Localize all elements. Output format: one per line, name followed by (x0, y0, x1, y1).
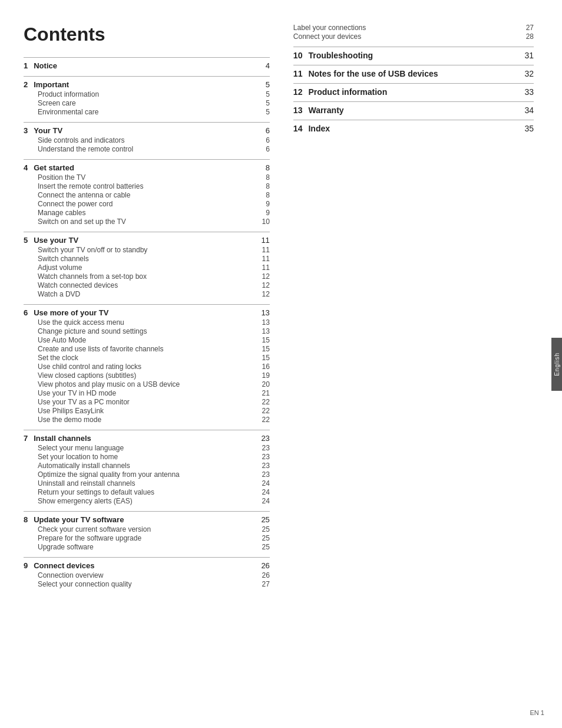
toc-section-title: Warranty (308, 106, 343, 115)
toc-main-row: 6 Use more of your TV (24, 308, 108, 317)
toc-section-num: 14 (293, 124, 303, 133)
toc-sub-title: Use Philips EasyLink (38, 407, 104, 415)
toc-sub-entry: Return your settings to default values 2… (24, 488, 270, 496)
toc-main-entry-right: 14 Index 35 (293, 124, 534, 133)
toc-main-entry: 7 Install channels 23 (24, 434, 270, 443)
toc-sub-entry: Create and use lists of favorite channel… (24, 345, 270, 353)
toc-sub-page: 10 (258, 218, 270, 226)
toc-section-num: 8 (24, 515, 28, 524)
toc-section-page: 35 (522, 124, 534, 133)
toc-section-num: 1 (24, 61, 28, 70)
toc-main-entry: 2 Important 5 (24, 80, 270, 89)
toc-main-entry: 1 Notice 4 (24, 61, 270, 70)
toc-main-row: 1 Notice (24, 61, 57, 70)
toc-sub-page: 6 (258, 136, 270, 144)
toc-sub-title: Connect the power cord (38, 200, 113, 208)
toc-main-row: 13 Warranty (293, 106, 344, 115)
toc-sub-entry: View closed captions (subtitles) 19 (24, 371, 270, 380)
toc-sub-page: 24 (258, 497, 270, 505)
toc-sub-entry: Show emergency alerts (EAS) 24 (24, 497, 270, 505)
toc-sub-page: 19 (258, 371, 270, 380)
toc-sub-title: Upgrade software (38, 543, 94, 551)
toc-sub-title: Use your TV in HD mode (38, 389, 116, 397)
toc-main-row: 12 Product information (293, 87, 387, 97)
toc-sub-title: View photos and play music on a USB devi… (38, 380, 180, 388)
toc-sub-title: Automatically install channels (38, 462, 130, 470)
toc-section-title: Notes for the use of USB devices (308, 69, 438, 78)
toc-section-num: 13 (293, 106, 303, 115)
toc-sub-title: Connection overview (38, 571, 103, 579)
toc-section-title: Product information (308, 87, 387, 97)
toc-sub-page: 15 (258, 354, 270, 362)
toc-sub-title: Change picture and sound settings (38, 327, 147, 335)
toc-sub-entry: Use your TV as a PC monitor 22 (24, 398, 270, 406)
toc-section-page: 32 (522, 69, 534, 78)
toc-sub-title: Watch connected devices (38, 281, 118, 289)
toc-divider (293, 101, 534, 102)
toc-sub-entry: Use Auto Mode 15 (24, 336, 270, 344)
toc-section-num: 5 (24, 236, 28, 245)
toc-sub-title: Insert the remote control batteries (38, 182, 143, 190)
toc-section-right: 10 Troubleshooting 31 (293, 47, 534, 60)
toc-sub-page: 26 (258, 571, 270, 579)
toc-divider (24, 511, 270, 512)
toc-sub-title: Set your location to home (38, 453, 118, 461)
toc-sub-entry: Use the demo mode 22 (24, 416, 270, 424)
toc-sub-page: 5 (258, 99, 270, 107)
toc-main-row: 2 Important (24, 80, 69, 89)
toc-main-row: 11 Notes for the use of USB devices (293, 69, 438, 78)
toc-sub-title: Switch on and set up the TV (38, 218, 126, 226)
toc-main-row: 7 Install channels (24, 434, 91, 443)
toc-section: 5 Use your TV 11 Switch your TV on/off o… (24, 232, 270, 298)
toc-section: 6 Use more of your TV 13 Use the quick a… (24, 304, 270, 424)
toc-sub-entry: Watch a DVD 12 (24, 290, 270, 298)
toc-sub-entry: Optimize the signal quality from your an… (24, 470, 270, 479)
toc-sub-page: 23 (258, 453, 270, 461)
toc-sub-title: Switch your TV on/off or to standby (38, 246, 147, 254)
toc-main-entry: 3 Your TV 6 (24, 126, 270, 135)
toc-sub-entry: Switch channels 11 (24, 255, 270, 263)
toc-sub-title: Watch a DVD (38, 290, 80, 298)
toc-sub-entry: Watch channels from a set-top box 12 (24, 272, 270, 281)
toc-sub-title: Adjust volume (38, 263, 82, 272)
toc-sub-page: 13 (258, 327, 270, 335)
content-area: Contents 1 Notice 4 2 Important 5 Produc… (0, 0, 551, 728)
toc-sub-title: Use your TV as a PC monitor (38, 398, 130, 406)
toc-section: 3 Your TV 6 Side controls and indicators… (24, 122, 270, 153)
toc-sub-entry: View photos and play music on a USB devi… (24, 380, 270, 388)
toc-sub-page: 9 (258, 209, 270, 217)
toc-sub-page: 15 (258, 336, 270, 344)
toc-section-title: Use your TV (34, 236, 78, 245)
toc-sub-page: 9 (258, 200, 270, 208)
toc-sub-entry: Prepare for the software upgrade 25 (24, 534, 270, 542)
toc-main-entry: 9 Connect devices 26 (24, 561, 270, 570)
toc-main-entry: 4 Get started 8 (24, 163, 270, 172)
toc-section-title: Use more of your TV (34, 308, 108, 317)
toc-sub-page: 11 (258, 255, 270, 263)
toc-sub-title: Return your settings to default values (38, 488, 154, 496)
toc-divider (24, 76, 270, 77)
toc-section-page: 26 (258, 561, 270, 570)
toc-section: 4 Get started 8 Position the TV 8 Insert… (24, 159, 270, 226)
right-top-toc: Label your connections 27 Connect your d… (293, 24, 534, 41)
toc-section-num: 10 (293, 51, 303, 60)
toc-sub-page: 22 (258, 416, 270, 424)
toc-sub-entry: Manage cables 9 (24, 209, 270, 217)
toc-sub-entry: Product information 5 (24, 90, 270, 98)
toc-sub-page: 12 (258, 272, 270, 281)
toc-sub-entry: Use Philips EasyLink 22 (24, 407, 270, 415)
toc-sub-entry: Automatically install channels 23 (24, 462, 270, 470)
toc-sub-entry: Change picture and sound settings 13 (24, 327, 270, 335)
toc-divider (24, 304, 270, 305)
left-toc: 1 Notice 4 2 Important 5 Product informa… (24, 57, 270, 588)
toc-sub-page: 22 (258, 407, 270, 415)
side-tab-text: English (554, 353, 560, 376)
toc-main-entry-right: 13 Warranty 34 (293, 106, 534, 115)
toc-sub-entry: Understand the remote control 6 (24, 145, 270, 153)
toc-sub-entry: Upgrade software 25 (24, 543, 270, 551)
toc-sub-page: 15 (258, 345, 270, 353)
toc-sub-title: View closed captions (subtitles) (38, 371, 136, 380)
right-column: Label your connections 27 Connect your d… (287, 24, 534, 704)
toc-main-entry: 6 Use more of your TV 13 (24, 308, 270, 317)
toc-main-entry: 5 Use your TV 11 (24, 236, 270, 245)
